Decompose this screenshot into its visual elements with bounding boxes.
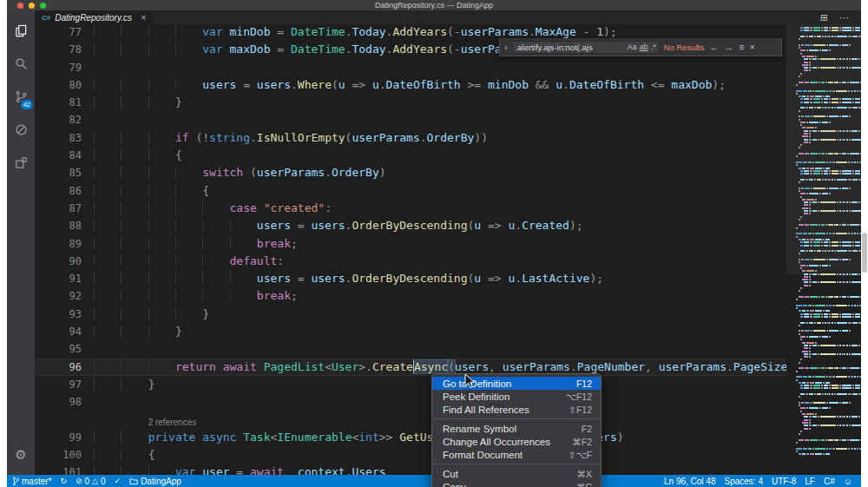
omnisharp-status[interactable]: ✓ bbox=[115, 477, 122, 485]
line-number: 79 bbox=[35, 59, 94, 76]
code-line[interactable]: 86 { bbox=[35, 182, 861, 200]
error-count: 0 bbox=[85, 477, 90, 486]
sidebar-item-explorer[interactable] bbox=[7, 14, 35, 47]
sidebar-item-debug[interactable] bbox=[7, 113, 35, 146]
status-right: Ln 96, Col 48 Spaces: 4 UTF-8 LF C# ☺ bbox=[664, 477, 852, 486]
problems-status[interactable]: ⊘ 0 △ 0 bbox=[76, 477, 106, 486]
check-icon: ✓ bbox=[115, 477, 122, 485]
mouse-cursor bbox=[464, 373, 477, 389]
find-widget: › .alertify.ajs-in:not(.ajs Aa ab .* No … bbox=[499, 38, 782, 56]
line-number: 94 bbox=[35, 323, 94, 340]
menu-item-rename-symbol[interactable]: Rename SymbolF2 bbox=[432, 422, 601, 435]
sidebar-item-search[interactable] bbox=[7, 47, 35, 80]
minimap[interactable] bbox=[786, 24, 861, 475]
search-icon bbox=[15, 57, 28, 70]
code-line[interactable]: 81 } bbox=[35, 94, 861, 111]
code-line[interactable]: 84 { bbox=[35, 147, 861, 164]
line-number: 82 bbox=[35, 111, 94, 128]
toggle-replace-icon[interactable]: › bbox=[504, 42, 508, 52]
line-number: 80 bbox=[35, 76, 94, 94]
find-in-selection-button[interactable]: ≡ bbox=[739, 42, 744, 52]
find-input-box[interactable]: .alertify.ajs-in:not(.ajs Aa ab .* bbox=[512, 41, 660, 54]
menu-item-cut[interactable]: Cut⌘X bbox=[432, 467, 601, 480]
cursor-position-status[interactable]: Ln 96, Col 48 bbox=[664, 477, 716, 486]
titlebar: DatingRepository.cs — DatingApp bbox=[7, 0, 861, 10]
sync-button[interactable]: ↻ bbox=[60, 477, 67, 485]
previous-match-button[interactable]: ← bbox=[709, 42, 719, 52]
menu-shortcut: ⌘F2 bbox=[572, 437, 592, 447]
line-number: 78 bbox=[35, 41, 94, 58]
context-menu: Go to DefinitionF12Peek Definition⌥F12Fi… bbox=[431, 373, 602, 487]
menu-item-peek-definition[interactable]: Peek Definition⌥F12 bbox=[432, 390, 601, 403]
traffic-lights bbox=[17, 3, 46, 9]
line-number: 99 bbox=[35, 429, 94, 446]
line-number: 91 bbox=[35, 270, 94, 287]
minimize-window-button[interactable] bbox=[29, 3, 35, 9]
line-number: 92 bbox=[35, 287, 94, 305]
gear-icon: ⚙ bbox=[15, 447, 26, 463]
split-editor-icon[interactable]: ⊞ bbox=[820, 12, 828, 23]
code-line[interactable]: 95 bbox=[35, 340, 861, 358]
line-number: 90 bbox=[35, 253, 94, 270]
line-number: 77 bbox=[35, 24, 94, 41]
zoom-window-button[interactable] bbox=[40, 3, 46, 9]
menu-shortcut: ⌘X bbox=[576, 469, 592, 479]
eol-status[interactable]: LF bbox=[805, 477, 815, 486]
indentation-status[interactable]: Spaces: 4 bbox=[724, 477, 762, 486]
line-number: 95 bbox=[35, 340, 94, 358]
csharp-file-icon: C# bbox=[42, 14, 50, 22]
branch-label: master* bbox=[22, 477, 51, 486]
code-line[interactable]: 91 users = users.OrderByDescending(u => … bbox=[35, 270, 861, 287]
branch-icon bbox=[12, 477, 19, 486]
match-case-button[interactable]: Aa bbox=[628, 43, 637, 51]
regex-button[interactable]: .* bbox=[651, 43, 656, 51]
line-number: 84 bbox=[35, 147, 94, 164]
line-number: 98 bbox=[35, 393, 94, 411]
menu-item-format-document[interactable]: Format Document⇧⌥F bbox=[432, 448, 601, 461]
whole-word-button[interactable]: ab bbox=[640, 43, 648, 51]
menu-shortcut: ⇧⌥F bbox=[569, 450, 592, 460]
close-find-button[interactable]: × bbox=[750, 42, 755, 52]
feedback-smiley-icon[interactable]: ☺ bbox=[844, 477, 852, 486]
code-line[interactable]: 94 } bbox=[35, 323, 861, 340]
code-line[interactable]: 80 users = users.Where(u => u.DateOfBirt… bbox=[35, 76, 861, 94]
code-line[interactable]: 85 switch (userParams.OrderBy) bbox=[35, 164, 861, 181]
code-line[interactable]: 87 case "created": bbox=[35, 200, 861, 217]
tab-datingrepository[interactable]: C# DatingRepository.cs × bbox=[35, 10, 153, 24]
code-line[interactable]: 82 bbox=[35, 111, 861, 128]
code-line[interactable]: 83 if (!string.IsNullOrEmpty(userParams.… bbox=[35, 129, 861, 147]
sidebar-item-extensions[interactable] bbox=[7, 146, 35, 179]
more-actions-icon[interactable]: ⋯ bbox=[839, 12, 849, 23]
code-line[interactable]: 79 bbox=[35, 59, 861, 76]
line-number: 97 bbox=[35, 376, 94, 393]
close-window-button[interactable] bbox=[17, 3, 23, 9]
code-line[interactable]: 90 default: bbox=[35, 253, 861, 270]
code-line[interactable]: 93 } bbox=[35, 306, 861, 323]
minimap-slider[interactable] bbox=[786, 24, 861, 274]
encoding-status[interactable]: UTF-8 bbox=[772, 477, 796, 486]
menu-item-go-to-definition[interactable]: Go to DefinitionF12 bbox=[432, 377, 601, 390]
settings-gear-button[interactable]: ⚙ bbox=[7, 438, 35, 471]
git-branch-status[interactable]: master* bbox=[12, 477, 51, 486]
line-number: 87 bbox=[35, 200, 94, 217]
code-line[interactable]: 88 users = users.OrderByDescending(u => … bbox=[35, 217, 861, 234]
menu-item-find-all-references[interactable]: Find All References⇧F12 bbox=[432, 403, 601, 416]
vscode-window: DatingRepository.cs — DatingApp 42 ⚙ bbox=[7, 0, 861, 487]
language-status[interactable]: C# bbox=[824, 477, 835, 486]
menu-shortcut: F12 bbox=[576, 378, 592, 389]
scm-badge: 42 bbox=[21, 100, 33, 110]
code-line[interactable]: 92 break; bbox=[35, 287, 861, 305]
folder-icon bbox=[129, 477, 138, 485]
codelens-references[interactable]: 2 references bbox=[148, 416, 197, 429]
next-match-button[interactable]: → bbox=[724, 42, 733, 52]
menu-item-change-all-occurrences[interactable]: Change All Occurrences⌘F2 bbox=[432, 435, 601, 448]
find-query[interactable]: .alertify.ajs-in:not(.ajs bbox=[516, 43, 625, 52]
tab-close-icon[interactable]: × bbox=[141, 12, 146, 23]
code-line[interactable]: 89 break; bbox=[35, 235, 861, 253]
sidebar-item-source-control[interactable]: 42 bbox=[7, 80, 35, 113]
page-scrollbar[interactable] bbox=[862, 233, 867, 273]
project-status[interactable]: DatingApp bbox=[129, 477, 181, 486]
line-number: 83 bbox=[35, 129, 94, 147]
line-number: 100 bbox=[35, 446, 94, 464]
menu-item-copy[interactable]: Copy⌘C bbox=[432, 480, 601, 487]
